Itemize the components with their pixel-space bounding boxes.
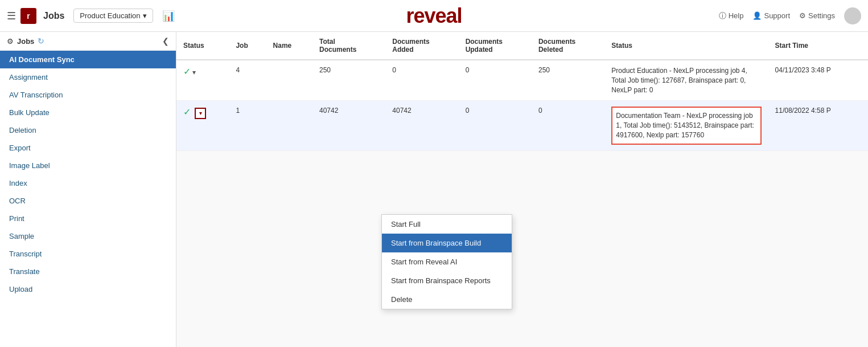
sidebar: ⚙ Jobs ↻ ❮ AI Document Sync Assignment A… [0,32,176,347]
support-label: Support [764,11,790,20]
dropdown-arrow-row1: ▾ [192,68,196,76]
sidebar-header: ⚙ Jobs ↻ ❮ [0,32,176,51]
row1-docs-added: 0 [385,60,458,101]
support-link[interactable]: 👤 Support [752,11,790,20]
jobs-title: Jobs [43,11,64,21]
help-label: Help [729,11,744,20]
sidebar-item-export[interactable]: Export [0,139,176,157]
row2-docs-added: 40742 [385,101,458,150]
row1-status: ✓ ▾ [176,60,229,101]
row2-total-docs: 40742 [312,101,385,150]
row2-status-text: Documentation Team - NexLP processing jo… [604,101,768,150]
chart-icon[interactable]: 📊 [162,10,175,22]
col-header-docs-deleted: DocumentsDeleted [532,32,604,60]
row2-job: 1 [229,101,266,150]
product-dropdown[interactable]: Product Education ▾ [73,9,153,23]
row2-start-time: 11/08/2022 4:58 P [768,101,868,150]
hamburger-icon[interactable]: ☰ [7,10,16,22]
sidebar-item-transcript[interactable]: Transcript [0,245,176,263]
sidebar-refresh-icon[interactable]: ↻ [38,36,44,46]
col-header-docs-updated: DocumentsUpdated [459,32,532,60]
header-right: ⓘ Help 👤 Support ⚙ Settings [719,7,861,25]
table-row: ✓ ▾ 1 40742 40742 0 0 Documentation Team… [176,101,868,150]
row1-job: 4 [229,60,266,101]
row2-docs-deleted: 0 [532,101,604,150]
col-header-status2: Status [604,32,768,60]
product-dropdown-label: Product Education [80,11,140,20]
reveal-brand: reveal [406,4,462,28]
row2-name [266,101,312,150]
settings-label: Settings [808,11,835,20]
check-icon: ✓ [183,67,191,76]
row1-docs-updated: 0 [459,60,532,101]
sidebar-item-upload[interactable]: Upload [0,280,176,298]
settings-icon: ⚙ [799,11,806,20]
status-highlighted-box: Documentation Team - NexLP processing jo… [611,107,761,144]
check-icon: ✓ [183,107,191,117]
sidebar-gear-icon: ⚙ [7,37,14,46]
sidebar-item-ai-document-sync[interactable]: AI Document Sync [0,51,176,68]
sidebar-item-print[interactable]: Print [0,210,176,227]
context-menu-item-start-full[interactable]: Start Full [382,215,512,234]
avatar[interactable] [844,7,861,25]
row2-status: ✓ ▾ [176,101,229,150]
context-menu-item-start-brainspace-reports[interactable]: Start from Brainspace Reports [382,271,512,290]
row1-start-time: 04/11/2023 3:48 P [768,60,868,101]
sidebar-item-assignment[interactable]: Assignment [0,68,176,86]
context-menu-item-start-reveal-ai[interactable]: Start from Reveal AI [382,252,512,271]
context-menu-item-delete[interactable]: Delete [382,290,512,309]
col-header-docs-added: DocumentsAdded [385,32,458,60]
row1-status-text: Product Education - NexLP processing job… [604,60,768,101]
jobs-table: Status Job Name TotalDocuments Documents… [176,32,868,151]
help-icon: ⓘ [719,11,726,21]
sidebar-item-ocr[interactable]: OCR [0,192,176,210]
row1-name [266,60,312,101]
row2-docs-updated: 0 [459,101,532,150]
context-menu: Start Full Start from Brainspace Build S… [381,214,512,309]
sidebar-item-deletion[interactable]: Deletion [0,121,176,139]
settings-link[interactable]: ⚙ Settings [799,11,835,20]
sidebar-header-left: ⚙ Jobs ↻ [7,36,44,46]
sidebar-item-translate[interactable]: Translate [0,263,176,280]
sidebar-title: Jobs [17,37,34,46]
sidebar-item-image-label[interactable]: Image Label [0,157,176,174]
row1-docs-deleted: 250 [532,60,604,101]
sidebar-item-bulk-update[interactable]: Bulk Update [0,104,176,121]
dropdown-arrow-icon: ▾ [143,11,147,20]
sidebar-item-av-transcription[interactable]: AV Transcription [0,86,176,104]
col-header-job: Job [229,32,266,60]
sidebar-item-sample[interactable]: Sample [0,227,176,245]
sidebar-item-index[interactable]: Index [0,174,176,192]
top-header: ☰ r Jobs Product Education ▾ 📊 reveal ⓘ … [0,0,868,32]
header-left: ☰ r Jobs Product Education ▾ 📊 [7,8,175,24]
col-header-start-time: Start Time [768,32,868,60]
row1-total-docs: 250 [312,60,385,101]
support-icon: 👤 [752,11,762,20]
content-area: Status Job Name TotalDocuments Documents… [176,32,868,347]
col-header-total-docs: TotalDocuments [312,32,385,60]
dropdown-arrow-row2[interactable]: ▾ [195,108,206,119]
reveal-logo-small: r [20,8,36,24]
col-header-status: Status [176,32,229,60]
help-link[interactable]: ⓘ Help [719,11,744,21]
table-row: ✓ ▾ 4 250 0 0 250 Product Education - Ne… [176,60,868,101]
col-header-name: Name [266,32,312,60]
main-layout: ⚙ Jobs ↻ ❮ AI Document Sync Assignment A… [0,32,868,347]
sidebar-collapse-icon[interactable]: ❮ [162,36,169,46]
context-menu-item-start-brainspace[interactable]: Start from Brainspace Build [382,234,512,252]
